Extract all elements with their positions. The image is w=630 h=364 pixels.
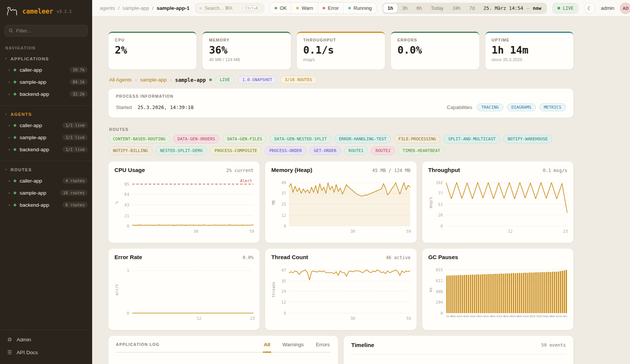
chart-current-value: 45 MB / 124 MB — [372, 168, 411, 173]
kpi-value: 0.0% — [397, 44, 472, 56]
charts-row-1: CPU Usage 2% current % 856443210 Alert30… — [108, 161, 573, 243]
sidebar-item-backend-app[interactable]: ▸ backend-app 32.2k — [0, 88, 92, 100]
route-tag[interactable]: DATA-GEN-ORDERS — [173, 135, 219, 143]
plot-area: 3059 — [289, 266, 410, 314]
status-dot-green — [14, 81, 16, 83]
route-tag[interactable]: NOTIFY-BILLING — [108, 146, 153, 155]
chart-header: CPU Usage 2% current — [114, 167, 253, 173]
chart-body: threads 473524120 3059 — [271, 266, 410, 322]
started-value: 25.3.2026, 14:39:18 — [137, 104, 194, 110]
plot-area: Alert3059 — [132, 178, 253, 227]
time-range-3h[interactable]: 3h — [398, 4, 412, 13]
chart-header: Error Rate 0.0% — [114, 254, 253, 260]
chart-header: GC Pauses — [428, 254, 567, 260]
route-tag[interactable]: NOTIFY-WAREHOUSE — [503, 135, 552, 143]
sidebar-item-agent-sample-app[interactable]: ▸ sample-app 1/1 live — [0, 131, 92, 143]
tab-errors[interactable]: Errors — [315, 342, 330, 352]
item-live-badge: 1/1 live — [62, 146, 88, 152]
y-axis-label: MB — [271, 178, 276, 227]
chart-title: Memory (Heap) — [271, 167, 312, 173]
status-dot-green — [14, 192, 16, 194]
x-tick-label: 59 — [406, 316, 411, 321]
route-tag[interactable]: GET-ORDER — [309, 146, 341, 155]
avatar[interactable]: AD — [620, 3, 630, 14]
kpi-subtext: msg/s — [303, 57, 378, 62]
search-input[interactable] — [205, 6, 241, 11]
route-tag[interactable]: ROUTE1 — [344, 146, 368, 155]
timeline-panel: Timeline 50 events — [344, 336, 573, 364]
capability-badge-tracing: TRACING — [477, 103, 503, 111]
agent-live-dot — [209, 78, 212, 81]
sidebar-item-api-docs[interactable]: ☰ API Docs — [0, 346, 92, 359]
time-range-today[interactable]: Today — [427, 4, 448, 13]
live-status-badge[interactable]: LIVE — [553, 3, 578, 14]
route-tag[interactable]: PROCESS-ORDER — [265, 146, 306, 155]
route-tag[interactable]: TIMER-HEARTBEAT — [398, 146, 445, 155]
sidebar-item-routes-caller-app[interactable]: ▸ caller-app 4 routes — [0, 175, 92, 187]
y-tick-label: 408 — [436, 289, 443, 294]
date-range-separator: — — [527, 5, 530, 11]
sidebar-item-routes-backend-app[interactable]: ▸ backend-app 6 routes — [0, 199, 92, 211]
route-tag[interactable]: PROCESS-COMPOSITE — [210, 146, 262, 155]
route-tag[interactable]: FILE-PROCESSING — [394, 135, 440, 143]
date-range-display[interactable]: 25. März 14:54 — now — [480, 5, 546, 11]
y-axis-label: msg/s — [428, 178, 433, 227]
sidebar-item-admin[interactable]: ⚙ Admin — [0, 333, 92, 346]
route-tag[interactable]: DATA-GEN-NESTED-SPLIT — [270, 135, 331, 143]
sidebar-item-agent-backend-app[interactable]: ▸ backend-app 1/1 live — [0, 143, 92, 155]
filter-warn[interactable]: Warn — [291, 3, 318, 14]
tab-warnings[interactable]: Warnings — [282, 342, 305, 352]
footer-item-label: API Docs — [17, 350, 38, 355]
breadcrumb-agents[interactable]: agents — [100, 5, 115, 11]
x-tick-label: 59 — [249, 229, 254, 233]
dark-mode-toggle[interactable]: ☾ — [584, 3, 595, 14]
section-header-routes[interactable]: ▾ ROUTES — [0, 165, 92, 175]
time-range-24h[interactable]: 24h — [448, 4, 465, 13]
chevron-right-icon: ▸ — [9, 203, 10, 207]
sidebar-item-caller-app[interactable]: ▸ caller-app 10.7k — [0, 64, 92, 76]
application-log-panel: APPLICATION LOG All Warnings Errors — [108, 336, 338, 364]
alert-threshold-label: Alert — [240, 178, 252, 183]
item-count-badge: 10.7k — [69, 67, 88, 73]
sidebar-item-routes-sample-app[interactable]: ▸ sample-app 16 routes — [0, 187, 92, 199]
route-tag[interactable]: CONTENT-BASED-ROUTING — [108, 135, 170, 143]
tab-all[interactable]: All — [263, 342, 271, 353]
time-range-1h[interactable]: 1h — [383, 4, 397, 13]
agent-routes-badge: 3/16 ROUTES — [280, 76, 317, 84]
navigation-label: NAVIGATION — [0, 40, 92, 52]
y-axis-ticks: 856443210 — [119, 178, 129, 227]
filter-running[interactable]: Running — [343, 3, 376, 14]
route-tag[interactable]: DATA-GEN-FILES — [222, 135, 267, 143]
camel-logo-icon — [5, 6, 19, 17]
route-tag[interactable]: ERROR-HANDLING-TEST — [334, 135, 391, 143]
top-header: agents / sample-app / sample-app-1 Ctrl+… — [92, 0, 630, 17]
route-tag[interactable]: NESTED-SPLIT-DEMO — [156, 146, 207, 155]
plot-area: 1223 — [446, 178, 567, 227]
filter-input[interactable] — [16, 28, 83, 34]
filter-ok[interactable]: OK — [270, 3, 292, 14]
route-tag[interactable]: ROUTE2 — [371, 146, 395, 155]
sidebar-item-sample-app[interactable]: ▸ sample-app 84.1k — [0, 76, 92, 88]
kpi-subtext: 45 MB / 124 MB — [209, 57, 284, 62]
sidebar-item-agent-caller-app[interactable]: ▸ caller-app 1/1 live — [0, 119, 92, 131]
breadcrumb-sample-app[interactable]: sample-app — [122, 5, 149, 11]
section-header-applications[interactable]: ▾ APPLICATIONS — [0, 54, 92, 64]
item-routes-badge: 4 routes — [62, 178, 88, 184]
section-header-agents[interactable]: ▾ AGENTS — [0, 109, 92, 119]
application-log-title: APPLICATION LOG — [116, 342, 160, 352]
agent-version-badge: 1.0-SNAPSHOT — [238, 76, 276, 84]
time-range-6h[interactable]: 6h — [412, 4, 426, 13]
y-tick-label: 1 — [127, 268, 129, 273]
route-tag[interactable]: SPLIT-AND-MULTICAST — [443, 135, 500, 143]
y-tick-label: 21 — [124, 213, 129, 218]
time-range-7d[interactable]: 7d — [465, 4, 479, 13]
error-dot-icon — [323, 7, 325, 9]
started-label: Started — [116, 104, 132, 110]
search-box: Ctrl+K — [195, 3, 264, 13]
running-dot-icon — [348, 7, 351, 9]
filter-error[interactable]: Error — [318, 3, 343, 14]
item-live-badge: 1/1 live — [62, 122, 88, 128]
gc-x-axis-labels: 14:4014:4114:4214:4314:4414:4514:4614:47… — [446, 315, 567, 319]
agent-crumb-all[interactable]: All Agents — [109, 77, 132, 83]
agent-crumb-app[interactable]: sample-app — [140, 77, 167, 83]
